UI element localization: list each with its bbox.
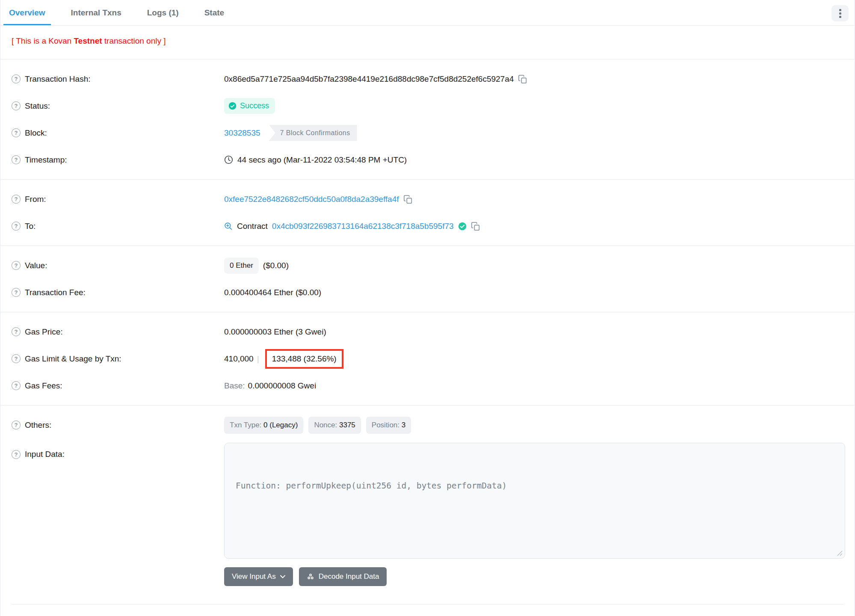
resize-grip-icon[interactable] — [837, 551, 843, 556]
tab-internal-txns[interactable]: Internal Txns — [65, 0, 127, 25]
block-number-link[interactable]: 30328535 — [224, 128, 260, 138]
position-key: Position: — [372, 421, 402, 429]
nonce-key: Nonce: — [314, 421, 339, 429]
nonce-value: 3375 — [339, 421, 355, 429]
notice-prefix: [ This is a Kovan — [12, 36, 74, 45]
help-icon[interactable]: ? — [12, 327, 21, 336]
timestamp-value: 44 secs ago (Mar-11-2022 03:54:48 PM +UT… — [237, 155, 407, 165]
status-badge: Success — [224, 98, 275, 114]
clock-icon — [224, 155, 233, 164]
row-value: ?Value: 0 Ether ($0.00) — [12, 252, 843, 279]
row-input-data: ?Input Data: Function: performUpkeep(uin… — [12, 443, 843, 586]
value-badge: 0 Ether — [224, 258, 259, 274]
to-contract-word: Contract — [237, 222, 268, 231]
gas-fees-base-value: 0.000000008 Gwei — [248, 381, 317, 391]
row-gas-price: ?Gas Price: 0.000000003 Ether (3 Gwei) — [12, 318, 843, 345]
transaction-hash-label: Transaction Hash: — [25, 74, 90, 84]
help-icon[interactable]: ? — [12, 421, 21, 429]
row-gas-fees: ?Gas Fees: Base: 0.000000008 Gwei — [12, 372, 843, 399]
magnifier-plus-icon[interactable] — [224, 222, 233, 231]
position-badge: Position: 3 — [366, 417, 411, 434]
input-data-buttons: View Input As Decode Input Data — [224, 567, 845, 586]
section-parties: ?From: 0xfee7522e8482682cf50ddc50a0f8da2… — [0, 179, 855, 246]
help-icon[interactable]: ? — [12, 101, 21, 110]
tab-state[interactable]: State — [199, 0, 230, 25]
to-address-link[interactable]: 0x4cb093f226983713164a62138c3f718a5b595f… — [272, 222, 454, 231]
decode-cubes-icon — [307, 573, 314, 580]
view-input-as-label: View Input As — [232, 572, 276, 581]
from-address-link[interactable]: 0xfee7522e8482682cf50ddc50a0f8da2a39effa… — [224, 195, 399, 204]
tab-bar: Overview Internal Txns Logs (1) State — [0, 0, 855, 26]
input-data-blank-line — [236, 519, 834, 532]
help-icon[interactable]: ? — [12, 354, 21, 363]
txn-type-badge: Txn Type: 0 (Legacy) — [224, 417, 303, 434]
view-input-as-button[interactable]: View Input As — [224, 567, 293, 586]
chevron-down-icon — [280, 575, 285, 578]
help-icon[interactable]: ? — [12, 222, 21, 231]
row-block: ?Block: 30328535 7 Block Confirmations — [12, 119, 843, 146]
row-from: ?From: 0xfee7522e8482682cf50ddc50a0f8da2… — [12, 186, 843, 213]
gas-fees-base-label: Base: — [224, 381, 245, 391]
transaction-hash-value: 0x86ed5a771e725aa94d5b7fa2398e4419e216d8… — [224, 74, 514, 84]
verified-check-icon — [458, 222, 467, 231]
gas-price-label: Gas Price: — [25, 327, 63, 337]
decode-input-data-label: Decode Input Data — [319, 572, 379, 581]
copy-icon[interactable] — [403, 195, 413, 204]
notice-suffix: transaction only ] — [102, 36, 166, 45]
section-others: ?Others: Txn Type: 0 (Legacy) Nonce: 337… — [0, 405, 855, 604]
transaction-fee-value: 0.000400464 Ether ($0.00) — [224, 288, 321, 297]
section-gas: ?Gas Price: 0.000000003 Ether (3 Gwei) ?… — [0, 312, 855, 405]
help-icon[interactable]: ? — [12, 261, 21, 270]
input-data-textarea[interactable]: Function: performUpkeep(uint256 id, byte… — [224, 443, 845, 559]
pipe-separator: | — [257, 354, 259, 364]
row-transaction-hash: ?Transaction Hash: 0x86ed5a771e725aa94d5… — [12, 65, 843, 92]
decode-input-data-button[interactable]: Decode Input Data — [299, 567, 387, 586]
transaction-fee-label: Transaction Fee: — [25, 288, 86, 297]
help-icon[interactable]: ? — [12, 155, 21, 164]
kebab-icon — [839, 9, 841, 11]
row-others: ?Others: Txn Type: 0 (Legacy) Nonce: 337… — [12, 412, 843, 438]
copy-icon[interactable] — [518, 74, 527, 84]
status-badge-text: Success — [240, 101, 269, 110]
row-gas-limit-usage: ?Gas Limit & Usage by Txn: 410,000 | 133… — [12, 345, 843, 372]
section-summary: ?Transaction Hash: 0x86ed5a771e725aa94d5… — [0, 59, 855, 179]
gas-usage-highlight-box: 133,488 (32.56%) — [265, 349, 343, 369]
bottom-divider — [12, 604, 843, 604]
check-circle-icon — [228, 102, 237, 110]
row-to: ?To: Contract 0x4cb093f226983713164a6213… — [12, 213, 843, 240]
nonce-badge: Nonce: 3375 — [308, 417, 361, 434]
input-data-function-line: Function: performUpkeep(uint256 id, byte… — [236, 479, 834, 492]
help-icon[interactable]: ? — [12, 128, 21, 137]
value-label: Value: — [25, 261, 47, 270]
help-icon[interactable]: ? — [12, 195, 21, 204]
gas-fees-label: Gas Fees: — [25, 381, 62, 391]
gas-price-value: 0.000000003 Ether (3 Gwei) — [224, 327, 326, 337]
gas-limit-usage-label: Gas Limit & Usage by Txn: — [25, 354, 121, 364]
txn-type-value: 0 (Legacy) — [263, 421, 298, 429]
input-data-label: Input Data: — [25, 450, 65, 459]
help-icon[interactable]: ? — [12, 74, 21, 83]
section-value: ?Value: 0 Ether ($0.00) ?Transaction Fee… — [0, 246, 855, 312]
position-value: 3 — [402, 421, 405, 429]
row-timestamp: ?Timestamp: 44 secs ago (Mar-11-2022 03:… — [12, 146, 843, 173]
value-usd: ($0.00) — [263, 261, 289, 270]
tab-logs[interactable]: Logs (1) — [142, 0, 184, 25]
help-icon[interactable]: ? — [12, 288, 21, 297]
help-icon[interactable]: ? — [12, 381, 21, 390]
gas-usage-value: 133,488 (32.56%) — [272, 354, 337, 363]
help-icon[interactable]: ? — [12, 450, 21, 459]
others-label: Others: — [25, 421, 51, 430]
row-status: ?Status: Success — [12, 92, 843, 119]
row-transaction-fee: ?Transaction Fee: 0.000400464 Ether ($0.… — [12, 279, 843, 306]
notice-bold: Testnet — [74, 36, 102, 45]
testnet-notice: [ This is a Kovan Testnet transaction on… — [0, 26, 855, 59]
copy-icon[interactable] — [471, 222, 480, 231]
timestamp-label: Timestamp: — [25, 155, 67, 165]
more-options-button[interactable] — [831, 5, 849, 21]
to-label: To: — [25, 222, 36, 231]
block-label: Block: — [25, 128, 47, 138]
transaction-detail-card: Overview Internal Txns Logs (1) State [ … — [0, 0, 855, 616]
tab-overview[interactable]: Overview — [3, 0, 51, 25]
status-label: Status: — [25, 101, 50, 111]
gas-limit-value: 410,000 — [224, 354, 254, 364]
